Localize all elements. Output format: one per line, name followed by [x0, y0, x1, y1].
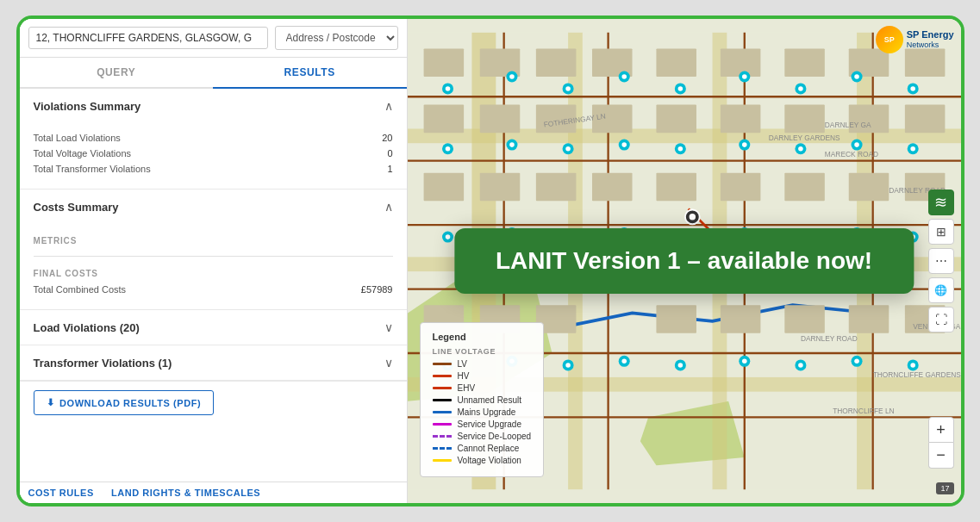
grid-button[interactable]: ⊞	[928, 219, 954, 245]
costs-summary-title: Costs Summary	[34, 201, 119, 214]
svg-point-63	[621, 74, 627, 79]
sp-logo-icon: SP	[876, 26, 903, 53]
svg-rect-25	[656, 48, 696, 77]
tab-query[interactable]: QUERY	[20, 58, 214, 87]
svg-point-75	[445, 146, 450, 152]
costs-summary-header[interactable]: Costs Summary ∧	[20, 190, 407, 224]
download-label: DOWNLOAD RESULTS (PDF)	[59, 398, 201, 408]
svg-rect-54	[848, 305, 889, 333]
svg-point-117	[621, 359, 627, 364]
layers-button[interactable]: ≋	[928, 190, 954, 215]
violations-summary-chevron: ∧	[384, 99, 393, 113]
svg-rect-51	[656, 305, 696, 333]
svg-point-125	[854, 359, 859, 364]
legend-lv-line	[433, 363, 452, 365]
total-combined-costs-value: £57989	[361, 284, 393, 295]
transformer-violations-section-title: Transformer Violations (1)	[34, 357, 172, 370]
zoom-out-button[interactable]: −	[928, 443, 954, 469]
svg-point-65	[677, 86, 683, 91]
legend-mains: Mains Upgrade	[433, 407, 532, 417]
legend-voltage-line	[433, 459, 452, 462]
svg-rect-21	[423, 48, 464, 77]
load-violations-header[interactable]: Load Violations (20) ∨	[20, 310, 407, 345]
load-violations-row: Total Load Violations 20	[34, 130, 393, 146]
svg-text:DARNLEY GARDENS: DARNLEY GARDENS	[768, 134, 840, 142]
address-input[interactable]	[28, 27, 268, 49]
tabs: QUERY RESULTS	[20, 58, 407, 89]
app-container: Address / Postcode QUERY RESULTS Violati…	[16, 16, 964, 506]
sp-logo: SP SP Energy Networks	[876, 26, 954, 53]
metrics-label: METRICS	[34, 231, 393, 249]
legend-line-voltage-label: LINE VOLTAGE	[433, 347, 532, 356]
svg-rect-45	[784, 173, 825, 202]
banner-overlay: LANIT Version 1 – available now!	[454, 228, 914, 294]
legend-voltage-text: Voltage Violation	[458, 456, 521, 465]
svg-point-89	[854, 142, 859, 147]
legend-unnamed-line	[433, 399, 452, 401]
expand-button[interactable]: ⛶	[928, 307, 954, 332]
transformer-violations-header[interactable]: Transformer Violations (1) ∨	[20, 345, 407, 380]
svg-text:DARNLEY GA: DARNLEY GA	[824, 121, 871, 129]
panel-content: Violations Summary ∧ Total Load Violatio…	[20, 89, 407, 482]
svg-rect-42	[592, 173, 633, 202]
svg-rect-26	[720, 48, 760, 77]
cost-rules-tab[interactable]: COST RULES	[28, 488, 94, 498]
svg-rect-41	[535, 173, 576, 202]
legend-delooped-text: Service De-Looped	[458, 432, 532, 441]
legend-voltage: Voltage Violation	[433, 456, 532, 465]
transformer-violations-section: Transformer Violations (1) ∨	[20, 345, 407, 381]
svg-rect-36	[784, 105, 825, 134]
violations-summary-body: Total Load Violations 20 Total Voltage V…	[20, 123, 407, 189]
transformer-violations-label: Total Transformer Violations	[34, 164, 151, 174]
svg-rect-35	[720, 105, 760, 134]
legend-title: Legend	[433, 332, 532, 342]
svg-rect-31	[479, 105, 520, 134]
map-controls: ≋ ⊞ ⋯ 🌐 ⛶	[928, 190, 954, 332]
tab-results[interactable]: RESULTS	[213, 58, 407, 89]
svg-text:DARNLEY ROAD: DARNLEY ROAD	[800, 334, 857, 343]
map-legend: Legend LINE VOLTAGE LV HV EHV Unnamed Re…	[420, 322, 545, 477]
map-area[interactable]: FOTHERINGAY LN DARNLEY GA DARNLEY GARDEN…	[408, 19, 961, 503]
load-violations-chevron: ∨	[384, 320, 393, 334]
svg-rect-30	[423, 105, 464, 134]
transformer-violations-chevron: ∨	[384, 356, 393, 370]
svg-rect-23	[535, 48, 576, 77]
land-rights-tab[interactable]: LAND RIGHTS & TIMESCALES	[111, 488, 260, 498]
svg-point-129	[689, 214, 695, 220]
legend-lv-text: LV	[458, 359, 468, 369]
svg-point-81	[621, 142, 627, 147]
transformer-violations-value: 1	[387, 164, 392, 174]
bottom-tabs: COST RULES LAND RIGHTS & TIMESCALES	[20, 482, 407, 503]
svg-rect-39	[423, 173, 464, 202]
total-combined-costs-label: Total Combined Costs	[34, 284, 127, 295]
legend-cannot: Cannot Replace	[433, 444, 532, 453]
sp-logo-text: SP Energy Networks	[907, 29, 954, 50]
address-type-select[interactable]: Address / Postcode	[275, 26, 398, 50]
load-violations-value: 20	[382, 133, 392, 143]
legend-unnamed-text: Unnamed Result	[458, 395, 521, 405]
download-button[interactable]: ⬇ DOWNLOAD RESULTS (PDF)	[34, 390, 215, 415]
svg-point-93	[445, 234, 450, 239]
zoom-buttons: + −	[928, 417, 954, 469]
legend-unnamed: Unnamed Result	[433, 395, 532, 405]
dots-button[interactable]: ⋯	[928, 248, 954, 274]
globe-button[interactable]: 🌐	[928, 277, 954, 303]
svg-point-73	[910, 86, 915, 91]
legend-service-text: Service Upgrade	[458, 419, 521, 429]
svg-point-79	[565, 146, 571, 152]
legend-cannot-text: Cannot Replace	[458, 444, 520, 453]
left-panel: Address / Postcode QUERY RESULTS Violati…	[20, 19, 408, 503]
violations-summary-header[interactable]: Violations Summary ∧	[20, 89, 407, 123]
zoom-in-button[interactable]: +	[928, 417, 954, 443]
legend-mains-text: Mains Upgrade	[458, 407, 516, 417]
download-icon: ⬇	[47, 397, 55, 408]
svg-rect-44	[720, 173, 760, 202]
svg-point-61	[565, 86, 571, 91]
legend-hv-text: HV	[458, 371, 470, 381]
legend-lv: LV	[433, 359, 532, 369]
svg-text:THORNCLIFFE LN: THORNCLIFFE LN	[833, 407, 895, 415]
legend-service: Service Upgrade	[433, 419, 532, 429]
legend-hv: HV	[433, 371, 532, 381]
svg-rect-46	[848, 173, 889, 202]
legend-cannot-line	[433, 447, 452, 450]
